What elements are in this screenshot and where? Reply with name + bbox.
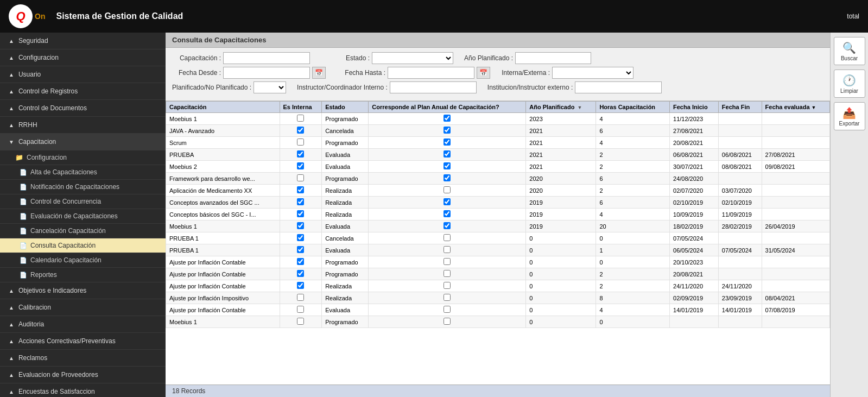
sidebar-item-encuestas[interactable]: ▲ Encuestas de Satisfaccion — [0, 383, 166, 397]
row-checkbox[interactable] — [443, 282, 451, 289]
col-fecha-fin: Fecha Fin — [718, 102, 762, 113]
row-checkbox[interactable] — [297, 306, 304, 313]
row-checkbox[interactable] — [443, 270, 451, 277]
sidebar-item-alta-cap[interactable]: 📄 Alta de Capacitaciones — [0, 165, 166, 180]
sidebar-label-control-documentos: Control de Documentos — [18, 104, 87, 112]
filter-group-institucion: Institucion/Instructor externo : — [487, 81, 662, 93]
exportar-button[interactable]: 📤 Exportar — [834, 102, 865, 130]
table-row[interactable]: Ajuste por Inflación ImpositivoRealizada… — [166, 292, 830, 304]
fecha-hasta-calendar-btn[interactable]: 📅 — [477, 67, 490, 79]
fecha-desde-input[interactable] — [223, 67, 310, 79]
row-checkbox[interactable] — [443, 258, 451, 265]
row-checkbox[interactable] — [443, 198, 451, 205]
sidebar-item-calendario-cap[interactable]: 📄 Calendario Capacitación — [0, 253, 166, 268]
sidebar-item-control-registros[interactable]: ▲ Control de Registros — [0, 83, 166, 100]
row-checkbox[interactable] — [443, 115, 451, 122]
sidebar-item-control-documentos[interactable]: ▲ Control de Documentos — [0, 100, 166, 117]
row-checkbox[interactable] — [443, 222, 451, 229]
row-checkbox[interactable] — [297, 294, 304, 301]
table-row[interactable]: Ajuste por Inflación ContableProgramado0… — [166, 268, 830, 280]
sidebar-label-alta-cap: Alta de Capacitaciones — [30, 168, 97, 176]
sidebar-item-rrhh[interactable]: ▲ RRHH — [0, 117, 166, 134]
table-row[interactable]: Moebius 2Evaluada2021230/07/202108/08/20… — [166, 161, 830, 173]
estado-select[interactable] — [372, 52, 453, 64]
row-checkbox[interactable] — [297, 258, 304, 265]
row-checkbox[interactable] — [443, 210, 451, 217]
capacitacion-input[interactable] — [223, 52, 310, 64]
row-checkbox[interactable] — [443, 246, 451, 253]
row-checkbox[interactable] — [443, 150, 451, 157]
sidebar-item-objetivos[interactable]: ▲ Objetivos e Indicadores — [0, 282, 166, 299]
sidebar-item-reclamos[interactable]: ▲ Reclamos — [0, 350, 166, 367]
table-row[interactable]: PRUEBA 1Evaluada0106/05/202407/05/202431… — [166, 244, 830, 256]
sidebar-item-calibracion[interactable]: ▲ Calibracion — [0, 299, 166, 316]
table-row[interactable]: Moebius 1Programado2023411/12/2023 — [166, 113, 830, 125]
sidebar-item-configuracion[interactable]: ▲ Configuracion — [0, 49, 166, 66]
chevron-up-icon: ▲ — [9, 389, 14, 395]
table-row[interactable]: Moebius 1Programado00 — [166, 316, 830, 328]
sidebar-item-usuario[interactable]: ▲ Usuario — [0, 66, 166, 83]
table-row[interactable]: Ajuste por Inflación ContableProgramado0… — [166, 256, 830, 268]
sidebar-item-eval-cap[interactable]: 📄 Evaluación de Capacitaciones — [0, 209, 166, 224]
row-checkbox[interactable] — [443, 306, 451, 313]
row-checkbox[interactable] — [443, 234, 451, 241]
institucion-input[interactable] — [575, 81, 662, 93]
row-checkbox[interactable] — [297, 210, 304, 217]
row-checkbox[interactable] — [297, 115, 304, 122]
row-checkbox[interactable] — [297, 318, 304, 325]
row-checkbox[interactable] — [297, 234, 304, 241]
limpiar-icon: 🕐 — [842, 74, 856, 87]
sidebar-item-eval-proveedores[interactable]: ▲ Evaluacion de Proveedores — [0, 367, 166, 383]
chevron-up-icon: ▲ — [9, 338, 14, 344]
row-checkbox[interactable] — [297, 127, 304, 134]
table-row[interactable]: Conceptos avanzados del SGC ...Realizada… — [166, 197, 830, 209]
row-checkbox[interactable] — [297, 186, 304, 193]
table-row[interactable]: Moebius 1Evaluada20192018/02/201928/02/2… — [166, 220, 830, 232]
table-row[interactable]: Aplicación de Medicamento XXRealizada202… — [166, 185, 830, 197]
sidebar-item-config-cap[interactable]: 📁 Configuracion — [0, 150, 166, 165]
row-checkbox[interactable] — [443, 294, 451, 301]
instructor-input[interactable] — [390, 81, 477, 93]
row-checkbox[interactable] — [297, 162, 304, 169]
sidebar-item-seguridad[interactable]: ▲ Seguridad — [0, 33, 166, 49]
table-row[interactable]: PRUEBA 1Cancelada0007/05/2024 — [166, 232, 830, 244]
sidebar-item-auditoria[interactable]: ▲ Auditoria — [0, 316, 166, 333]
row-checkbox[interactable] — [297, 198, 304, 205]
sidebar-item-reportes[interactable]: 📄 Reportes — [0, 268, 166, 282]
row-checkbox[interactable] — [297, 246, 304, 253]
table-row[interactable]: ScrumProgramado2021420/08/2021 — [166, 137, 830, 149]
row-checkbox[interactable] — [297, 282, 304, 289]
row-checkbox[interactable] — [297, 150, 304, 157]
sidebar-item-control-concurrencia[interactable]: 📄 Control de Concurrencia — [0, 194, 166, 209]
col-anio-planificado[interactable]: Año Planificado ▼ — [526, 102, 596, 113]
row-checkbox[interactable] — [297, 138, 304, 146]
table-row[interactable]: Conceptos básicos del SGC - I...Realizad… — [166, 209, 830, 220]
row-checkbox[interactable] — [297, 270, 304, 277]
table-row[interactable]: JAVA - AvanzadoCancelada2021627/08/2021 — [166, 125, 830, 137]
row-checkbox[interactable] — [443, 174, 451, 181]
row-checkbox[interactable] — [443, 138, 451, 146]
fecha-hasta-input[interactable] — [388, 67, 474, 79]
interna-externa-select[interactable] — [552, 67, 633, 79]
buscar-button[interactable]: 🔍 Buscar — [834, 37, 865, 65]
row-checkbox[interactable] — [297, 174, 304, 181]
sidebar-item-capacitacion[interactable]: ▼ Capacitacion — [0, 134, 166, 150]
table-row[interactable]: Ajuste por Inflación ContableEvaluada041… — [166, 304, 830, 316]
fecha-desde-calendar-btn[interactable]: 📅 — [312, 67, 326, 79]
sidebar-label-capacitacion: Capacitacion — [18, 138, 56, 146]
sidebar-item-consulta-cap[interactable]: 📄 Consulta Capacitación — [0, 238, 166, 253]
row-checkbox[interactable] — [443, 318, 451, 325]
table-row[interactable]: Ajuste por Inflación ContableRealizada02… — [166, 280, 830, 292]
sidebar-item-acciones[interactable]: ▲ Acciones Correctivas/Preventivas — [0, 333, 166, 350]
planificado-select[interactable] — [254, 81, 286, 93]
limpiar-button[interactable]: 🕐 Limpiar — [834, 70, 865, 98]
row-checkbox[interactable] — [443, 186, 451, 193]
sidebar-item-notif-cap[interactable]: 📄 Notificación de Capacitaciones — [0, 180, 166, 194]
table-row[interactable]: Framework para desarrollo we...Programad… — [166, 173, 830, 185]
row-checkbox[interactable] — [443, 127, 451, 134]
row-checkbox[interactable] — [297, 222, 304, 229]
sidebar-item-cancel-cap[interactable]: 📄 Cancelación Capacitación — [0, 224, 166, 238]
table-row[interactable]: PRUEBAEvaluada2021206/08/202106/08/20212… — [166, 149, 830, 161]
row-checkbox[interactable] — [443, 162, 451, 169]
anio-planificado-input[interactable] — [515, 52, 591, 64]
